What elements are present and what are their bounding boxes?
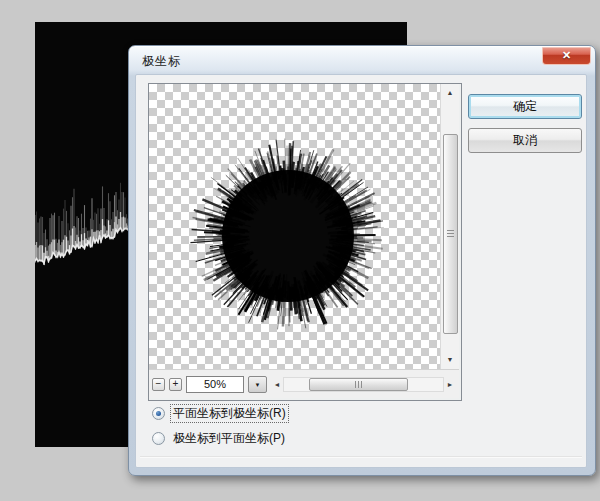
waveform-image	[35, 172, 135, 297]
close-button[interactable]: ✕	[542, 47, 591, 65]
polar-preview-svg	[149, 84, 440, 369]
zoom-in-button[interactable]: +	[169, 378, 182, 391]
zoom-level-field[interactable]: 50%	[186, 376, 244, 393]
h-scroll-thumb[interactable]	[309, 378, 408, 391]
cancel-button[interactable]: 取消	[468, 128, 582, 153]
option-rect-to-polar[interactable]: 平面坐标到极坐标(R)	[152, 405, 288, 422]
scroll-up-icon[interactable]: ▲	[441, 86, 459, 100]
radio-rect-to-polar[interactable]	[152, 407, 165, 420]
bottom-separator	[140, 456, 582, 458]
horizontal-scrollbar[interactable]: ◄ ►	[271, 376, 456, 393]
scroll-right-icon[interactable]: ►	[444, 381, 456, 388]
scroll-left-icon[interactable]: ◄	[271, 381, 283, 388]
plus-icon: +	[173, 378, 179, 389]
photoshop-workspace: 极坐标 ✕ ▲ ▼ − +	[0, 0, 600, 501]
polar-coordinates-dialog: 极坐标 ✕ ▲ ▼ − +	[128, 45, 596, 476]
ok-button[interactable]: 确定	[468, 94, 582, 119]
preview-pane: ▲ ▼ − + 50% ▼ ◄	[148, 83, 462, 401]
dialog-title: 极坐标	[142, 53, 181, 70]
radio-label[interactable]: 平面坐标到极坐标(R)	[171, 405, 288, 422]
transparency-checkerboard-preview[interactable]	[149, 84, 440, 369]
zoom-dropdown-button[interactable]: ▼	[248, 376, 267, 393]
option-polar-to-rect[interactable]: 极坐标到平面坐标(P)	[152, 430, 287, 447]
h-scroll-track[interactable]	[283, 377, 444, 392]
vertical-scrollbar[interactable]: ▲ ▼	[440, 84, 459, 369]
chevron-down-icon: ▼	[255, 382, 261, 388]
radio-polar-to-rect[interactable]	[152, 432, 165, 445]
minus-icon: −	[156, 378, 162, 389]
preview-zoom-bar: − + 50% ▼ ◄ ►	[149, 369, 459, 398]
v-scroll-thumb[interactable]	[443, 134, 458, 334]
radio-label[interactable]: 极坐标到平面坐标(P)	[171, 430, 287, 447]
zoom-out-button[interactable]: −	[152, 378, 165, 391]
dialog-body: ▲ ▼ − + 50% ▼ ◄	[135, 74, 587, 468]
close-icon: ✕	[562, 49, 571, 61]
scroll-down-icon[interactable]: ▼	[441, 353, 459, 367]
